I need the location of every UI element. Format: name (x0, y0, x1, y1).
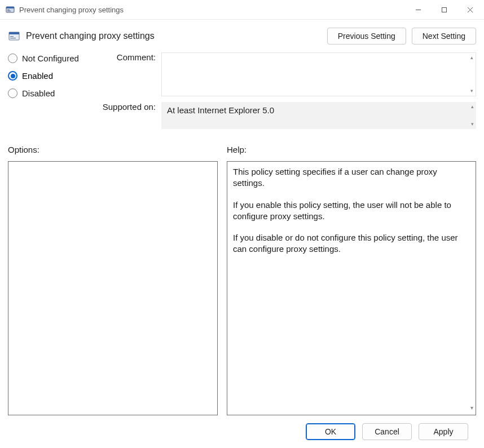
svg-rect-10 (10, 36, 14, 37)
window-title: Prevent changing proxy settings (19, 6, 124, 14)
comment-label: Comment: (96, 52, 158, 62)
close-button[interactable] (457, 1, 483, 18)
radio-disabled[interactable]: Disabled (8, 88, 93, 98)
supported-spinner[interactable]: ▴ ▾ (471, 104, 474, 127)
help-paragraph: If you enable this policy setting, the u… (233, 199, 463, 223)
radio-label: Disabled (22, 88, 55, 98)
help-paragraph: If you disable or do not configure this … (233, 232, 463, 255)
radio-icon (8, 54, 17, 63)
policy-icon (8, 30, 20, 42)
ok-button[interactable]: OK (306, 423, 355, 440)
button-bar: OK Cancel Apply (8, 415, 476, 448)
section-labels: Options: Help: (8, 145, 476, 154)
comment-spinner[interactable]: ▴ ▾ (470, 55, 473, 94)
help-paragraph: This policy setting specifies if a user … (233, 166, 463, 189)
chevron-down-icon: ▾ (471, 122, 474, 127)
next-setting-button[interactable]: Next Setting (412, 28, 476, 45)
radio-enabled[interactable]: Enabled (8, 71, 93, 81)
svg-rect-11 (10, 38, 16, 38)
supported-on-value: At least Internet Explorer 5.0 (167, 105, 274, 115)
radio-not-configured[interactable]: Not Configured (8, 54, 93, 63)
content-area: Prevent changing proxy settings Previous… (0, 20, 484, 448)
chevron-down-icon[interactable]: ▾ (470, 404, 473, 412)
chevron-up-icon: ▴ (470, 55, 473, 60)
radio-label: Enabled (22, 71, 53, 81)
apply-button[interactable]: Apply (419, 423, 468, 440)
header-row: Prevent changing proxy settings Previous… (8, 28, 476, 45)
config-grid: Not Configured Enabled Disabled Comment:… (8, 52, 476, 129)
minimize-button[interactable] (405, 1, 431, 18)
radio-icon (8, 71, 17, 81)
policy-editor-window: Prevent changing proxy settings Prevent … (0, 0, 484, 448)
titlebar: Prevent changing proxy settings (0, 0, 484, 20)
app-icon (6, 5, 15, 14)
supported-on-label: Supported on: (96, 102, 158, 112)
chevron-up-icon: ▴ (471, 104, 474, 109)
maximize-button[interactable] (431, 1, 457, 18)
svg-rect-2 (7, 10, 10, 10)
help-label: Help: (227, 145, 476, 154)
svg-rect-9 (9, 32, 19, 34)
policy-title: Prevent changing proxy settings (26, 31, 155, 41)
help-panel: This policy setting specifies if a user … (227, 161, 476, 415)
radio-icon (8, 88, 17, 98)
chevron-down-icon: ▾ (470, 88, 473, 94)
svg-rect-1 (6, 7, 14, 8)
svg-rect-3 (7, 11, 11, 11)
previous-setting-button[interactable]: Previous Setting (327, 28, 406, 45)
options-label: Options: (8, 145, 227, 154)
radio-label: Not Configured (22, 54, 79, 63)
comment-input[interactable]: ▴ ▾ (161, 52, 476, 96)
cancel-button[interactable]: Cancel (362, 423, 412, 440)
supported-on-box: At least Internet Explorer 5.0 ▴ ▾ (161, 102, 476, 129)
options-panel (8, 161, 218, 415)
svg-rect-5 (442, 7, 446, 12)
panels-row: This policy setting specifies if a user … (8, 161, 476, 415)
